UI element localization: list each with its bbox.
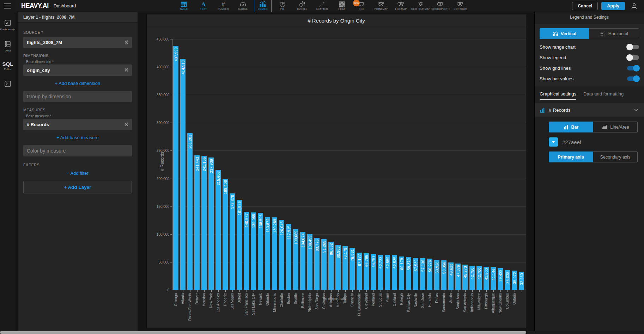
bar-value-label: 35,072 (512, 272, 517, 284)
toggle-row-show-range-chart: Show range chart (540, 44, 639, 50)
add-filter-link[interactable]: + Add filter (23, 171, 132, 176)
bar-denver[interactable] (194, 155, 200, 290)
toggle-show-grid-lines[interactable] (627, 66, 639, 70)
clear-base-measure-icon[interactable] (124, 122, 129, 127)
clear-source-icon[interactable] (124, 39, 129, 45)
charttype-bubble[interactable]: BUBBLE (293, 0, 311, 12)
bar-value-label: 91,265 (322, 241, 326, 253)
toggle-show-legend[interactable] (627, 55, 639, 60)
charttype-geo-heatmap[interactable]: GEO HEATMAP (412, 0, 430, 12)
x-tick-mark (508, 290, 508, 292)
x-axis-label: Indianapolis (470, 293, 474, 312)
y-tick-label: 250,000 (148, 149, 169, 153)
sidebar-item-terminal[interactable] (4, 80, 12, 88)
vertical-option[interactable]: Vertical (540, 28, 589, 39)
bar-value-label: 47,376 (456, 265, 460, 277)
sidebar-item-data[interactable]: Data (4, 40, 12, 52)
y-tick-label: 300,000 (148, 121, 169, 125)
charttype-combo[interactable]: COMBO (254, 0, 272, 12)
cancel-button[interactable]: Cancel (572, 2, 598, 10)
x-tick-mark (402, 290, 402, 292)
sidebar-item-sql[interactable]: SQLEditor (2, 61, 13, 71)
gridline (172, 123, 526, 123)
charttype-pie[interactable]: PIE (274, 0, 291, 12)
bar-los-angeles[interactable] (215, 170, 221, 290)
page-title: Dashboard (54, 3, 76, 8)
y-tick-label: 350,000 (148, 93, 169, 97)
x-tick-mark (345, 290, 346, 292)
charttype-table[interactable]: TABLE (175, 0, 193, 12)
bar-chicago[interactable] (173, 46, 178, 290)
add-base-measure-link[interactable]: + Add base measure (23, 135, 132, 140)
choropleth-icon (437, 1, 444, 7)
data-icon (4, 40, 12, 48)
legend-settings-panel: Legend and Settings Vertical Horizontal … (534, 12, 644, 334)
y-tick-label: 50,000 (148, 260, 169, 264)
bar-value-label: 53,928 (435, 261, 439, 273)
hamburger-menu-icon[interactable] (0, 0, 16, 12)
sidebar-item-dashboards[interactable]: Dashboards (0, 19, 15, 31)
dashboards-icon (4, 19, 12, 27)
base-dimension-input[interactable]: origin_city (23, 64, 132, 76)
clear-base-dimension-icon[interactable] (124, 67, 129, 73)
bar-atlanta[interactable] (180, 59, 186, 290)
line-area-style-option[interactable]: Line/Area (593, 122, 638, 132)
charttype-pointmap[interactable]: POINTMAP (372, 0, 390, 12)
top-bar: HEAVY.AI Dashboard TABLEATEXT#NUMBERGAUG… (0, 0, 644, 12)
bar-dallas-fort-worth[interactable] (187, 133, 193, 290)
measure-accordion-row[interactable]: # Records (535, 103, 644, 117)
bar-value-label: 41,800 (484, 268, 488, 280)
color-swatch[interactable] (549, 137, 558, 147)
bar-style-option[interactable]: Bar (549, 122, 593, 132)
source-input[interactable]: flights_2008_7M (23, 37, 132, 48)
bar-new-york[interactable] (208, 157, 214, 290)
charttype-geo[interactable]: BetaGEO (353, 0, 370, 12)
bar-value-label: 62,559 (385, 256, 390, 268)
measures-label: MEASURES (23, 108, 132, 112)
color-by-measure-input[interactable]: Color by measure (23, 145, 132, 156)
y-tick-label: 150,000 (148, 205, 169, 209)
charttype-gauge[interactable]: GAUGE (234, 0, 252, 12)
charttype-text[interactable]: ATEXT (195, 0, 212, 12)
charttype-scatter[interactable]: SCATTER (313, 0, 331, 12)
tab-graphical-settings[interactable]: Graphical settings (540, 91, 576, 100)
base-measure-input[interactable]: # Records (23, 119, 132, 130)
bar-value-label: 437,999 (174, 47, 178, 61)
x-tick-mark (183, 290, 183, 292)
measure-bars-icon (540, 107, 545, 113)
group-by-dimension-input[interactable]: Group by dimension (23, 91, 132, 102)
charttype-number[interactable]: #NUMBER (214, 0, 232, 12)
charttype-choropleth[interactable]: CHOROPLETH (432, 0, 449, 12)
tab-data-and-formatting[interactable]: Data and formatting (583, 91, 624, 100)
toggle-show-range-chart[interactable] (627, 45, 639, 49)
primary-axis-option[interactable]: Primary axis (549, 151, 593, 162)
x-axis-title: origin_city (147, 296, 526, 301)
charttype-linemap[interactable]: LINEMAP (392, 0, 410, 12)
bar-value-label: 93,775 (315, 239, 319, 251)
horizontal-option[interactable]: Horizontal (589, 28, 639, 39)
apply-button[interactable]: Apply (601, 2, 625, 10)
x-tick-mark (176, 290, 176, 292)
add-base-dimension-link[interactable]: + Add base dimension (23, 81, 132, 86)
bar-value-label: 109,069 (294, 230, 298, 245)
x-tick-mark (437, 290, 437, 292)
x-tick-mark (211, 290, 212, 292)
y-tick-mark (170, 39, 172, 39)
secondary-axis-option[interactable]: Secondary axis (593, 151, 638, 162)
horizontal-scrollbar-thumb[interactable] (0, 331, 526, 334)
charttype-heat[interactable]: HEAT (333, 0, 351, 12)
user-account-icon[interactable] (631, 2, 638, 10)
bar-houston[interactable] (201, 156, 207, 290)
bar-value-label: 41,146 (491, 268, 496, 280)
terminal-icon (4, 80, 12, 88)
x-tick-mark (479, 290, 480, 292)
add-layer-button[interactable]: + Add Layer (23, 181, 132, 193)
bar-chart-plot[interactable]: # Records 050,000100,000150,000200,00025… (172, 39, 526, 290)
toggle-show-bar-values[interactable] (627, 76, 639, 81)
combo-icon (259, 1, 267, 7)
charttype-contour[interactable]: CONTOUR (451, 0, 469, 12)
svg-text:A: A (201, 1, 206, 8)
bar-value-label: 138,506 (259, 214, 263, 228)
bar-phoenix[interactable] (223, 179, 228, 290)
x-axis-label: Kansas City (407, 293, 411, 312)
